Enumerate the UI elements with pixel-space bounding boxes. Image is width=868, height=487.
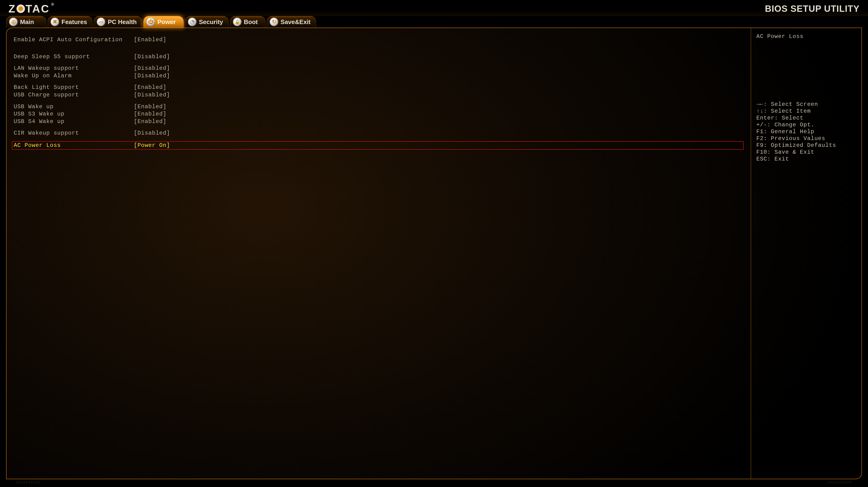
setting-label: USB S3 Wake up <box>14 111 134 117</box>
tab-label: Save&Exit <box>281 19 311 26</box>
setting-label: USB Wake up <box>14 103 134 110</box>
setting-row[interactable]: USB Wake up[Enabled] <box>14 103 744 111</box>
setting-label: USB S4 Wake up <box>14 118 134 125</box>
setting-value: [Enabled] <box>134 36 166 43</box>
vent-decor: ////////// ////////// <box>0 480 868 484</box>
setting-value: [Power On] <box>134 142 170 149</box>
clock-icon: ◔ <box>188 18 196 26</box>
tools-icon: ✖ <box>51 18 59 26</box>
spacer <box>14 80 744 84</box>
help-title: AC Power Loss <box>756 33 856 40</box>
spacer <box>14 99 744 103</box>
tab-label: Power <box>157 19 176 26</box>
spacer <box>14 125 744 129</box>
help-key-line: F2: Previous Values <box>756 135 856 142</box>
help-key-line: F10: Save & Exit <box>756 149 856 156</box>
chip-icon: ▭ <box>97 18 105 26</box>
setting-value: [Enabled] <box>134 84 166 91</box>
setting-label: AC Power Loss <box>14 142 134 149</box>
setting-value: [Disabled] <box>134 65 170 72</box>
brand-letter-z: Z <box>8 2 16 15</box>
setting-label: Enable ACPI Auto Configuration <box>14 36 134 43</box>
tab-pc-health[interactable]: ▭ PC Health <box>94 16 142 28</box>
setting-label: CIR Wakeup support <box>14 130 134 136</box>
tab-save-exit[interactable]: ↻ Save&Exit <box>267 16 316 28</box>
tab-label: Security <box>199 19 223 26</box>
tab-label: Main <box>20 19 34 26</box>
brand-registered-icon: ® <box>51 2 55 7</box>
setting-row[interactable]: Deep Sleep S5 support[Disabled] <box>14 53 744 61</box>
setting-value: [Enabled] <box>134 118 166 125</box>
setting-value: [Disabled] <box>134 92 170 98</box>
help-key-line: Enter: Select <box>756 115 856 121</box>
help-key-line: →←: Select Screen <box>756 101 856 108</box>
setting-row[interactable]: Enable ACPI Auto Configuration[Enabled] <box>14 36 744 43</box>
help-key-line: ESC: Exit <box>756 156 856 162</box>
spacer <box>14 137 744 141</box>
setting-value: [Disabled] <box>134 130 170 136</box>
power-icon: ⏻ <box>147 18 155 26</box>
bios-title: BIOS SETUP UTILITY <box>765 4 860 14</box>
setting-value: [Enabled] <box>134 103 166 110</box>
help-key-line: F9: Optimized Defaults <box>756 142 856 149</box>
lock-icon: 🔒 <box>233 18 242 26</box>
setting-row[interactable]: USB Charge support[Disabled] <box>14 91 744 99</box>
setting-label: Deep Sleep S5 support <box>14 54 134 60</box>
reload-icon: ↻ <box>270 18 278 26</box>
spacer <box>14 60 744 65</box>
tab-features[interactable]: ✖ Features <box>48 16 92 28</box>
setting-row[interactable]: Wake Up on Alarm[Disabled] <box>14 72 744 80</box>
setting-row[interactable]: CIR Wakeup support[Disabled] <box>14 129 744 137</box>
setting-label: LAN Wakeup support <box>14 65 134 72</box>
tab-label: Boot <box>244 19 258 26</box>
tab-label: PC Health <box>108 19 137 26</box>
setting-row[interactable]: Back Light Support[Enabled] <box>14 84 744 91</box>
tab-power[interactable]: ⏻ Power <box>144 16 184 28</box>
setting-value: [Disabled] <box>134 54 170 60</box>
help-key-line: +/-: Change Opt. <box>756 121 856 128</box>
tab-main[interactable]: ◎ Main <box>6 16 46 28</box>
brand-letters-tac: TAC <box>26 2 50 15</box>
settings-pane: Enable ACPI Auto Configuration[Enabled]D… <box>7 28 751 479</box>
target-icon: ◎ <box>9 18 18 26</box>
setting-label: USB Charge support <box>14 92 134 98</box>
setting-value: [Enabled] <box>134 111 166 117</box>
tab-security[interactable]: ◔ Security <box>185 16 228 28</box>
setting-row[interactable]: USB S4 Wake up[Enabled] <box>14 118 744 125</box>
main-panel: Enable ACPI Auto Configuration[Enabled]D… <box>6 28 862 479</box>
help-key-line: F1: General Help <box>756 128 856 135</box>
help-keys: →←: Select Screen↑↓: Select ItemEnter: S… <box>756 101 856 162</box>
spacer <box>14 43 744 53</box>
brand-logo: Z TAC ® <box>8 2 55 15</box>
brand-logo-o-icon <box>17 4 25 13</box>
setting-label: Wake Up on Alarm <box>14 72 134 79</box>
tab-boot[interactable]: 🔒 Boot <box>230 16 265 28</box>
setting-row[interactable]: AC Power Loss[Power On] <box>12 141 744 150</box>
setting-row[interactable]: USB S3 Wake up[Enabled] <box>14 110 744 118</box>
tab-strip: ◎ Main ✖ Features ▭ PC Health ⏻ Power ◔ … <box>0 16 868 28</box>
setting-label: Back Light Support <box>14 84 134 91</box>
setting-row[interactable]: LAN Wakeup support[Disabled] <box>14 65 744 72</box>
brand-bar: Z TAC ® BIOS SETUP UTILITY <box>0 0 868 16</box>
help-pane: AC Power Loss →←: Select Screen↑↓: Selec… <box>751 28 861 479</box>
setting-value: [Disabled] <box>134 72 170 79</box>
help-key-line: ↑↓: Select Item <box>756 108 856 115</box>
tab-label: Features <box>62 19 87 26</box>
